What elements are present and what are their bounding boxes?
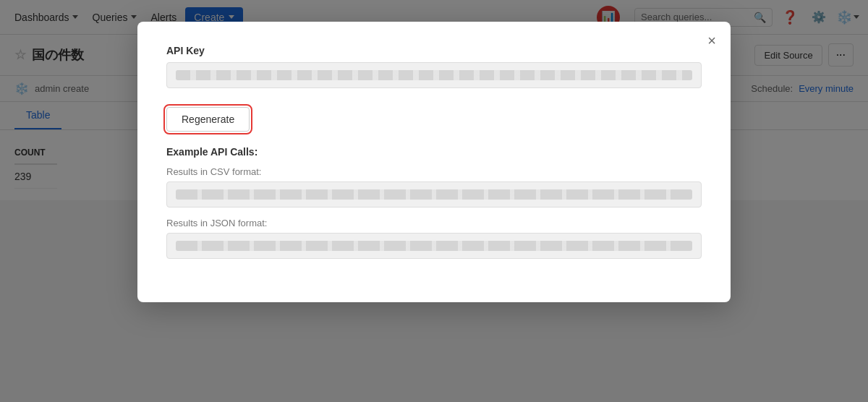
modal-close-button[interactable]: × [707, 33, 716, 48]
csv-blurred [176, 189, 692, 200]
json-format-label: Results in JSON format: [166, 218, 702, 228]
api-key-section: API Key Regenerate [166, 45, 702, 132]
json-blurred [176, 241, 692, 251]
api-key-field [166, 62, 702, 88]
csv-format-label: Results in CSV format: [166, 166, 702, 177]
api-key-modal: × API Key Regenerate Example API Calls: … [137, 22, 731, 302]
api-key-blurred [176, 70, 692, 80]
json-code-field [166, 233, 702, 259]
modal-overlay[interactable]: × API Key Regenerate Example API Calls: … [0, 0, 868, 402]
regenerate-button[interactable]: Regenerate [166, 107, 250, 132]
example-calls-section: Example API Calls: Results in CSV format… [166, 146, 702, 259]
csv-code-field [166, 181, 702, 208]
api-key-label: API Key [166, 45, 702, 56]
example-calls-label: Example API Calls: [166, 146, 702, 158]
